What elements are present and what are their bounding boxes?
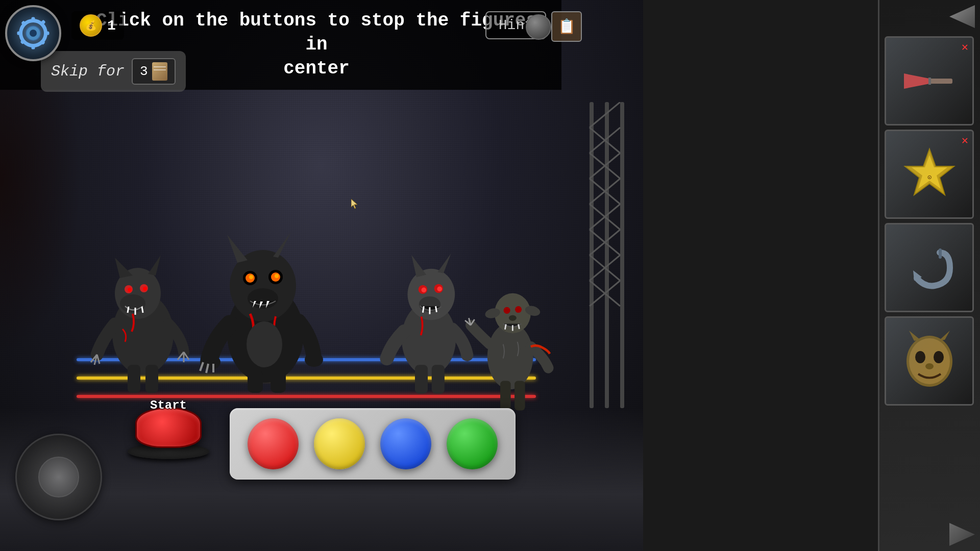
start-button-container: Start — [128, 398, 209, 459]
svg-rect-87 — [500, 381, 511, 411]
fence-prop — [587, 102, 628, 408]
svg-marker-62 — [411, 255, 426, 277]
color-buttons-panel — [230, 408, 516, 480]
monster-beast-svg — [199, 232, 332, 395]
item-x-mark-2: ✕ — [962, 134, 968, 147]
svg-point-61 — [407, 269, 455, 320]
svg-rect-92 — [32, 17, 35, 23]
svg-point-25 — [128, 288, 132, 292]
svg-point-46 — [249, 275, 253, 279]
svg-marker-22 — [148, 255, 161, 276]
blue-button[interactable] — [380, 418, 431, 469]
sidebar-item-hook[interactable] — [885, 223, 974, 312]
svg-point-48 — [248, 288, 278, 309]
orb-decoration — [526, 14, 551, 40]
skip-count-box: 3 — [132, 58, 176, 85]
currency-display: 💰 1 — [71, 11, 124, 40]
sidebar-item-knife[interactable]: ✕ — [885, 36, 974, 126]
yellow-button[interactable] — [314, 418, 365, 469]
svg-rect-57 — [248, 370, 263, 393]
skip-ticket-icon — [152, 62, 167, 81]
start-button-label: Start — [150, 398, 187, 412]
svg-marker-21 — [115, 258, 133, 278]
start-button[interactable] — [135, 407, 202, 448]
svg-point-91 — [30, 30, 37, 37]
svg-rect-94 — [17, 32, 23, 35]
joystick-inner[interactable] — [38, 457, 79, 497]
svg-rect-101 — [929, 79, 952, 84]
svg-rect-73 — [432, 365, 445, 393]
svg-line-83 — [519, 324, 520, 329]
svg-rect-2 — [620, 102, 624, 408]
sidebar-item-star[interactable]: ✕ ⊙ — [885, 130, 974, 219]
sidebar-arrow-down[interactable] — [949, 523, 975, 546]
game-background: Click on the buttons to stop the figures… — [0, 0, 643, 551]
svg-point-26 — [143, 287, 147, 291]
skip-count: 3 — [140, 64, 148, 79]
svg-rect-37 — [145, 365, 158, 393]
joystick-outer[interactable] — [15, 434, 102, 520]
svg-marker-107 — [913, 270, 922, 281]
svg-rect-103 — [928, 78, 931, 85]
svg-rect-95 — [44, 32, 50, 35]
skip-area[interactable]: Skip for 3 — [41, 51, 186, 92]
mask-icon — [899, 331, 960, 392]
sidebar-item-mask[interactable] — [885, 316, 974, 406]
svg-point-80 — [509, 315, 517, 321]
svg-rect-93 — [32, 44, 35, 49]
svg-point-78 — [504, 307, 510, 314]
monster-werewolf-left — [87, 253, 199, 398]
svg-point-112 — [934, 351, 944, 363]
coin-icon: 💰 — [80, 14, 102, 37]
svg-rect-58 — [271, 370, 286, 393]
joystick-container[interactable] — [15, 434, 102, 520]
currency-amount: 1 — [107, 18, 116, 34]
red-button[interactable] — [248, 418, 299, 469]
instruction-line2: center — [283, 58, 350, 79]
green-button[interactable] — [447, 418, 498, 469]
hint-scroll-icon: 📋 — [551, 11, 582, 42]
monster-beast-center — [199, 232, 332, 398]
monster-werewolf-svg — [87, 253, 199, 395]
svg-marker-41 — [273, 232, 291, 258]
star-badge-icon: ⊙ — [899, 144, 960, 205]
svg-rect-1 — [605, 102, 609, 408]
right-sidebar: ✕ ✕ ⊙ — [878, 0, 980, 551]
svg-rect-108 — [939, 248, 942, 259]
svg-line-69 — [423, 306, 424, 313]
svg-marker-115 — [939, 331, 950, 341]
svg-line-71 — [436, 306, 437, 312]
svg-point-59 — [247, 321, 282, 367]
svg-point-111 — [915, 351, 925, 363]
svg-line-29 — [142, 307, 143, 313]
svg-marker-104 — [905, 149, 954, 195]
sidebar-arrow-right[interactable] — [949, 5, 975, 28]
item-x-mark: ✕ — [962, 40, 968, 54]
svg-point-113 — [925, 363, 934, 369]
svg-marker-105 — [912, 155, 947, 189]
monster-zombie-svg — [452, 270, 564, 413]
monster-zombie-far-right — [452, 270, 564, 416]
svg-marker-40 — [227, 235, 248, 263]
svg-text:⊙: ⊙ — [927, 173, 932, 182]
svg-marker-63 — [437, 254, 451, 273]
svg-point-109 — [906, 336, 952, 387]
svg-point-66 — [422, 288, 427, 293]
svg-point-79 — [515, 306, 522, 313]
svg-line-81 — [505, 324, 506, 329]
skip-label: Skip for — [51, 63, 125, 80]
game-cursor — [351, 199, 361, 209]
gear-icon — [15, 15, 51, 51]
svg-point-110 — [909, 338, 950, 384]
settings-button[interactable] — [5, 5, 61, 61]
svg-rect-88 — [514, 381, 525, 411]
svg-point-67 — [437, 287, 442, 292]
svg-point-53 — [305, 353, 323, 367]
svg-marker-100 — [351, 199, 357, 209]
svg-line-27 — [128, 307, 129, 313]
svg-point-47 — [275, 274, 279, 278]
knife-icon — [899, 61, 960, 102]
svg-marker-102 — [904, 73, 929, 89]
hook-icon — [899, 242, 960, 293]
svg-rect-72 — [415, 365, 428, 393]
